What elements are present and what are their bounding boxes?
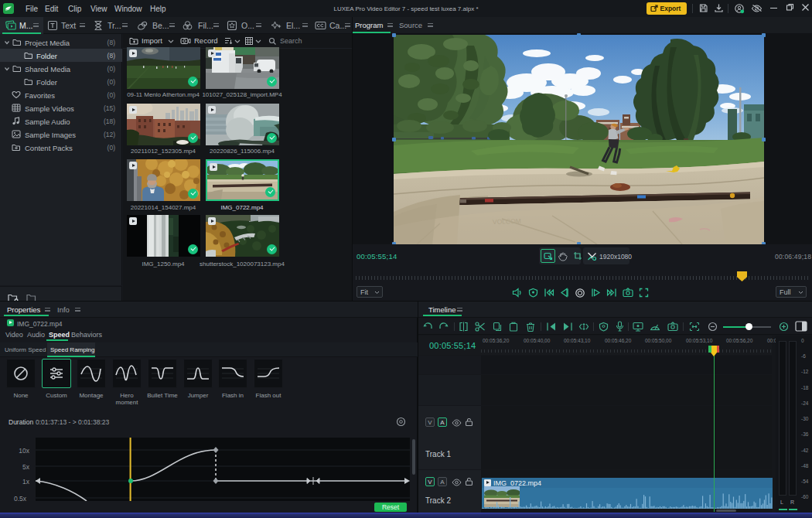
svg-text:VOLCOM: VOLCOM: [493, 217, 521, 226]
